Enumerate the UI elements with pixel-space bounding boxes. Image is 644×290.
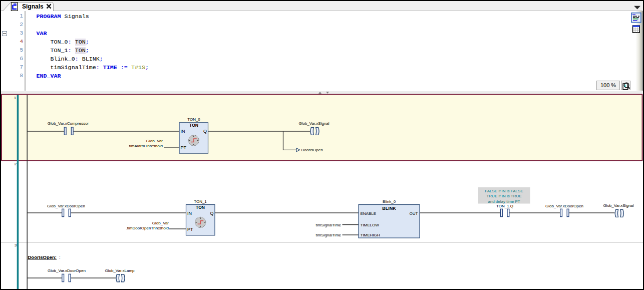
- svg-text:ENABLE: ENABLE: [361, 211, 377, 216]
- svg-text:PT: PT: [187, 227, 193, 232]
- svg-text:3: 3: [15, 243, 17, 247]
- svg-text:Glob_Var.xDoorOpen: Glob_Var.xDoorOpen: [545, 204, 583, 208]
- svg-text:Glob_Var.xDoorOpen: Glob_Var.xDoorOpen: [48, 268, 86, 273]
- svg-text:DoorIsOpen: DoorIsOpen: [301, 148, 323, 152]
- svg-text:Glob_Var.xSignal: Glob_Var.xSignal: [603, 203, 633, 208]
- svg-text:TON_0: TON_0: [187, 117, 200, 122]
- svg-text:TON_1: TON_1: [194, 199, 207, 204]
- svg-text:Blink_0: Blink_0: [383, 199, 396, 204]
- svg-text:Glob_Var: Glob_Var: [152, 221, 169, 225]
- svg-text:timSignalTime: timSignalTime: [316, 223, 342, 227]
- svg-text:Glob_Var: Glob_Var: [146, 139, 163, 143]
- svg-text:TRUE if IN is TRUE: TRUE if IN is TRUE: [486, 194, 521, 198]
- svg-text:IN: IN: [181, 129, 185, 134]
- svg-text:Glob_Var.xLamp: Glob_Var.xLamp: [105, 268, 135, 273]
- svg-text:Glob_Var.xCompressor: Glob_Var.xCompressor: [48, 121, 89, 126]
- svg-text:BLINK: BLINK: [382, 206, 396, 211]
- svg-text:Glob_Var.xDoorOpen: Glob_Var.xDoorOpen: [47, 204, 85, 208]
- svg-text:OUT: OUT: [410, 211, 418, 216]
- svg-text:timSignalTime: timSignalTime: [316, 233, 342, 237]
- svg-text:Q: Q: [210, 211, 213, 216]
- svg-text:TON: TON: [189, 123, 198, 128]
- svg-text:IN: IN: [187, 211, 192, 216]
- svg-text:2: 2: [15, 162, 17, 166]
- svg-text:Q: Q: [203, 129, 207, 134]
- svg-text:1: 1: [14, 96, 17, 100]
- svg-text:TIMEHIGH: TIMEHIGH: [361, 233, 380, 237]
- svg-text:.timDoorOpenThreshold: .timDoorOpenThreshold: [126, 226, 169, 230]
- svg-text:TON_1.Q: TON_1.Q: [496, 204, 513, 208]
- svg-text:Glob_Var.xSignal: Glob_Var.xSignal: [298, 121, 329, 126]
- svg-text:FALSE if IN is FALSE: FALSE if IN is FALSE: [485, 189, 523, 193]
- svg-text::: :: [59, 254, 61, 260]
- svg-text:.timAlarmThreshold: .timAlarmThreshold: [128, 144, 163, 148]
- svg-text:DoorIsOpen:: DoorIsOpen:: [28, 254, 57, 260]
- svg-text:PT: PT: [181, 145, 187, 150]
- svg-text:TIMELOW: TIMELOW: [361, 223, 380, 227]
- svg-text:TON: TON: [196, 205, 205, 210]
- svg-text:and delay time PT: and delay time PT: [488, 199, 520, 204]
